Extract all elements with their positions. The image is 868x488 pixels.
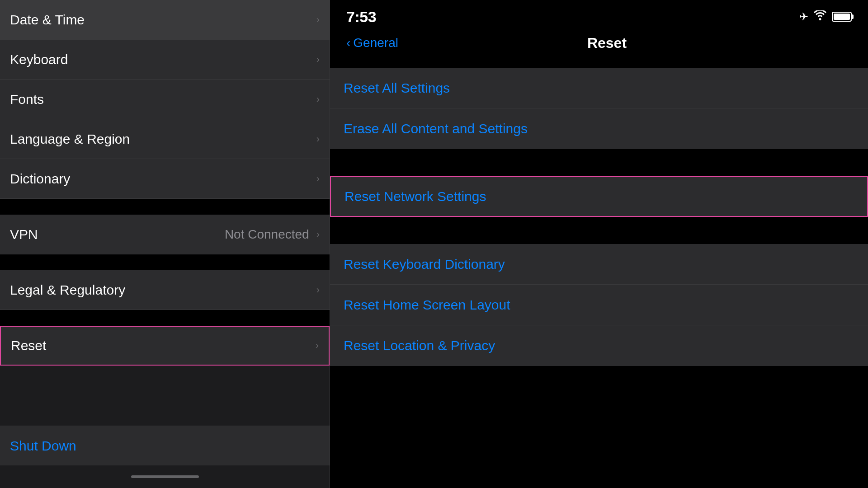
home-bar bbox=[131, 475, 199, 478]
chevron-icon: › bbox=[316, 173, 320, 185]
settings-item-language-region[interactable]: Language & Region › bbox=[0, 119, 330, 159]
reset-keyboard-item[interactable]: Reset Keyboard Dictionary bbox=[330, 244, 868, 285]
section-gap bbox=[0, 310, 330, 326]
battery-icon bbox=[832, 12, 852, 22]
back-label: General bbox=[353, 36, 398, 50]
settings-item-keyboard[interactable]: Keyboard › bbox=[0, 40, 330, 80]
chevron-icon: › bbox=[316, 94, 320, 105]
settings-item-vpn[interactable]: VPN Not Connected › bbox=[0, 215, 330, 254]
status-time: 7:53 bbox=[346, 8, 376, 26]
reset-section-group2: Reset Network Settings bbox=[330, 176, 868, 217]
chevron-icon: › bbox=[316, 340, 319, 352]
reset-gap2 bbox=[330, 230, 868, 244]
settings-item-right: › bbox=[316, 54, 320, 66]
settings-item-right: › bbox=[316, 173, 320, 185]
settings-item-right: › bbox=[316, 94, 320, 105]
reset-gap bbox=[330, 163, 868, 176]
home-indicator bbox=[0, 465, 330, 488]
settings-item-reset[interactable]: Reset › bbox=[0, 326, 330, 366]
chevron-icon: › bbox=[316, 229, 320, 240]
settings-list: Date & Time › Keyboard › Fonts › Languag… bbox=[0, 0, 330, 426]
settings-item-date-time[interactable]: Date & Time › bbox=[0, 0, 330, 40]
settings-item-right: › bbox=[316, 133, 320, 145]
settings-item-right: Not Connected › bbox=[225, 227, 320, 242]
settings-item-right: › bbox=[316, 340, 319, 352]
nav-bar: ‹ General Reset bbox=[330, 27, 868, 59]
settings-item-right: › bbox=[316, 284, 320, 296]
reset-section-group1: Reset All Settings Erase All Content and… bbox=[330, 68, 868, 149]
status-bar: 7:53 ✈ bbox=[330, 0, 868, 27]
airplane-icon: ✈ bbox=[799, 10, 808, 23]
settings-item-legal[interactable]: Legal & Regulatory › bbox=[0, 270, 330, 310]
reset-location-privacy-item[interactable]: Reset Location & Privacy bbox=[330, 325, 868, 366]
chevron-icon: › bbox=[316, 14, 320, 26]
back-chevron-icon: ‹ bbox=[346, 36, 350, 50]
section-gap bbox=[0, 199, 330, 215]
chevron-icon: › bbox=[316, 284, 320, 296]
reset-section-group3: Reset Keyboard Dictionary Reset Home Scr… bbox=[330, 244, 868, 366]
settings-item-fonts[interactable]: Fonts › bbox=[0, 80, 330, 119]
erase-all-item[interactable]: Erase All Content and Settings bbox=[330, 108, 868, 149]
settings-item-dictionary[interactable]: Dictionary › bbox=[0, 159, 330, 199]
battery-fill bbox=[834, 14, 850, 20]
page-title: Reset bbox=[398, 35, 816, 52]
back-button[interactable]: ‹ General bbox=[346, 36, 398, 50]
status-icons: ✈ bbox=[799, 10, 852, 23]
left-panel: Date & Time › Keyboard › Fonts › Languag… bbox=[0, 0, 330, 488]
right-panel: 7:53 ✈ ‹ General Reset Re bbox=[330, 0, 868, 488]
shutdown-item[interactable]: Shut Down bbox=[0, 426, 330, 465]
chevron-icon: › bbox=[316, 54, 320, 66]
reset-home-screen-item[interactable]: Reset Home Screen Layout bbox=[330, 285, 868, 325]
wifi-icon bbox=[814, 10, 826, 23]
reset-network-item[interactable]: Reset Network Settings bbox=[330, 176, 868, 217]
reset-list: Reset All Settings Erase All Content and… bbox=[330, 59, 868, 488]
chevron-icon: › bbox=[316, 133, 320, 145]
section-gap bbox=[0, 254, 330, 270]
settings-item-right: › bbox=[316, 14, 320, 26]
reset-all-settings-item[interactable]: Reset All Settings bbox=[330, 68, 868, 108]
